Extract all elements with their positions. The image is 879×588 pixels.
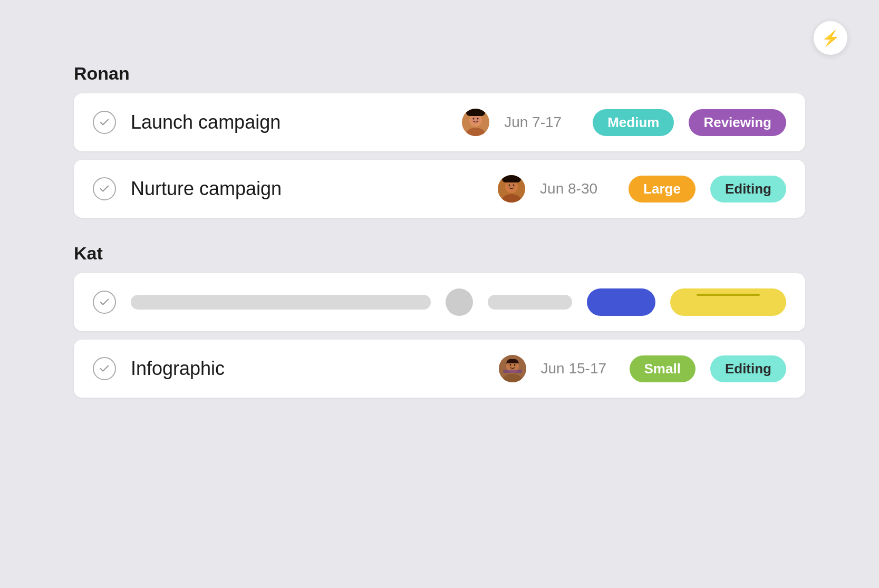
- svg-point-19: [514, 364, 515, 366]
- check-icon[interactable]: [93, 111, 116, 134]
- task-date: Jun 7-17: [504, 114, 578, 131]
- skeleton-badge-status: [670, 288, 786, 316]
- task-avatar: [498, 175, 525, 203]
- skeleton-date: [488, 295, 572, 310]
- svg-point-11: [509, 185, 510, 186]
- skeleton-title: [131, 295, 431, 310]
- group-label-kat: Kat: [74, 243, 805, 264]
- svg-point-5: [477, 118, 479, 120]
- task-card-infographic[interactable]: Infographic Jun 15-17SmallEditing: [74, 340, 805, 398]
- task-title: Nurture campaign: [131, 178, 483, 200]
- skeleton-badge-size: [587, 288, 655, 316]
- check-icon[interactable]: [93, 357, 116, 380]
- task-date: Jun 8-30: [540, 180, 614, 197]
- task-card-nurture-campaign[interactable]: Nurture campaign Jun 8-30LargeEditing: [74, 160, 805, 218]
- group-ronan: RonanLaunch campaign Jun 7-17MediumRevie…: [74, 63, 805, 218]
- task-avatar: [462, 109, 489, 136]
- lightning-button[interactable]: ⚡: [814, 21, 847, 55]
- check-icon[interactable]: [93, 291, 116, 314]
- task-date: Jun 15-17: [541, 360, 615, 377]
- task-title: Launch campaign: [131, 111, 447, 133]
- task-avatar: [499, 355, 526, 382]
- svg-rect-20: [503, 370, 522, 373]
- page-container: RonanLaunch campaign Jun 7-17MediumRevie…: [0, 0, 879, 486]
- task-status-badge[interactable]: Editing: [710, 355, 786, 382]
- svg-point-18: [509, 364, 511, 366]
- svg-rect-13: [502, 175, 521, 182]
- svg-rect-6: [466, 109, 485, 116]
- task-title: Infographic: [131, 358, 484, 380]
- task-card-kat-task-skeleton[interactable]: [74, 273, 805, 331]
- svg-point-12: [513, 185, 515, 186]
- check-icon[interactable]: [93, 177, 116, 200]
- group-label-ronan: Ronan: [74, 63, 805, 84]
- task-size-badge[interactable]: Small: [630, 355, 696, 382]
- task-status-badge[interactable]: Reviewing: [689, 109, 786, 136]
- task-size-badge[interactable]: Medium: [593, 109, 674, 136]
- task-status-badge[interactable]: Editing: [710, 176, 786, 203]
- task-card-launch-campaign[interactable]: Launch campaign Jun 7-17MediumReviewing: [74, 93, 805, 151]
- svg-point-4: [473, 118, 475, 120]
- lightning-icon: ⚡: [822, 30, 840, 47]
- task-size-badge[interactable]: Large: [629, 176, 696, 203]
- group-kat: KatInfographic Jun 15-17SmallEditing: [74, 243, 805, 398]
- skeleton-avatar: [446, 288, 473, 316]
